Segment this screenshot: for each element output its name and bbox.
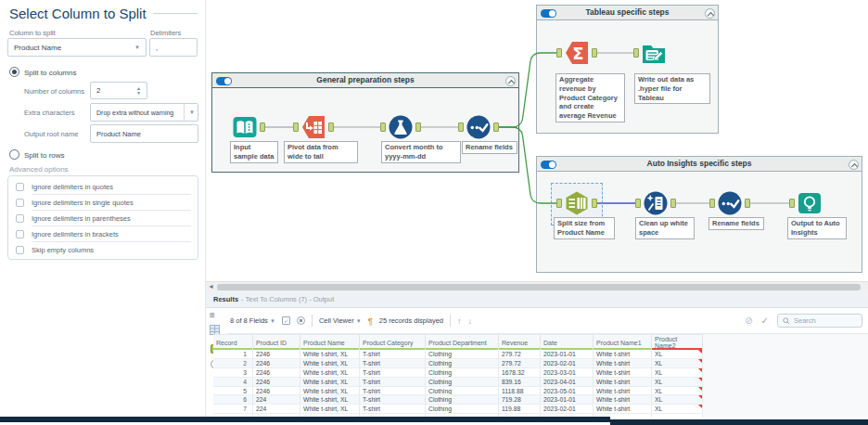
search-input[interactable]: Search <box>777 314 862 328</box>
checkbox[interactable] <box>16 230 24 238</box>
tool-annotation[interactable]: Rename fields <box>462 141 517 154</box>
table-cell[interactable]: White t-shirt, XL <box>300 368 360 377</box>
tool-annotation[interactable]: Pivot data from wide to tall <box>284 141 358 163</box>
tool-annotation[interactable]: Write out data as .hyper file for Tablea… <box>634 73 710 104</box>
list-view-icon[interactable]: ≡ <box>210 310 215 320</box>
input-anchor[interactable] <box>556 199 562 208</box>
table-cell[interactable]: White t-shirt, XL <box>300 378 360 386</box>
table-cell[interactable]: 2023-02-01 <box>541 359 594 367</box>
tool-annotation[interactable]: Output to Auto Insights <box>787 217 847 239</box>
cell-viewer-dropdown[interactable]: Cell Viewer ▼ <box>319 316 362 325</box>
table-row[interactable]: 32246White t-shirt, XLT-shirtClothing167… <box>213 368 703 378</box>
data-profile-icon[interactable] <box>297 316 305 325</box>
fields-selector[interactable]: 8 of 8 Fields ▼ <box>230 316 275 325</box>
table-cell[interactable]: White t-shirt <box>594 378 652 386</box>
table-cell[interactable]: T-shirt <box>360 405 426 413</box>
table-cell[interactable]: T-shirt <box>360 387 426 395</box>
tool-annotation[interactable]: Split size from Product Name <box>554 217 615 239</box>
table-cell[interactable]: White t-shirt, XL <box>300 359 360 367</box>
table-cell[interactable]: XL <box>652 359 703 367</box>
workflow-canvas[interactable]: General preparation steps Tableau specif… <box>206 0 868 281</box>
table-row[interactable]: 22246White t-shirt, XLT-shirtClothing279… <box>213 359 703 368</box>
column-header[interactable]: Product Name1 <box>594 334 652 350</box>
number-of-columns-stepper[interactable]: 2 ▲▼ <box>90 82 147 99</box>
container-enabled-toggle[interactable] <box>216 77 232 85</box>
table-cell[interactable]: XL <box>652 350 703 358</box>
table-cell[interactable]: White t-shirt <box>594 368 652 377</box>
column-header[interactable]: Product ID <box>253 334 300 350</box>
column-header[interactable]: Product Department <box>426 334 499 350</box>
table-cell[interactable]: White t-shirt <box>594 350 652 358</box>
output-anchor[interactable] <box>260 122 265 132</box>
tool-output-hyper[interactable] <box>641 40 667 66</box>
table-cell[interactable]: Clothing <box>426 350 499 358</box>
checkbox[interactable] <box>16 246 24 254</box>
tool-split-size[interactable] <box>564 190 590 216</box>
column-header[interactable]: Product Category <box>360 334 426 350</box>
canvas-horizontal-scrollbar[interactable]: ◄ <box>206 281 868 291</box>
table-cell[interactable]: XL <box>652 405 703 413</box>
table-cell[interactable]: 224 <box>253 405 300 413</box>
table-cell[interactable]: Clothing <box>426 368 499 377</box>
table-cell[interactable]: 279.72 <box>499 359 541 367</box>
table-cell[interactable]: 2246 <box>253 359 300 367</box>
checkbox[interactable] <box>16 183 24 191</box>
column-header[interactable]: Product Name2 <box>652 334 703 350</box>
table-cell[interactable]: White t-shirt <box>594 359 652 367</box>
table-cell[interactable]: White t-shirt, XL <box>300 395 360 404</box>
output-anchor[interactable] <box>592 199 597 208</box>
table-cell[interactable]: 2 <box>213 359 253 367</box>
paragraph-mark-icon[interactable]: ¶ <box>368 316 373 326</box>
table-cell[interactable]: Clothing <box>426 405 499 413</box>
table-cell[interactable]: 279.72 <box>499 350 541 358</box>
table-cell[interactable]: Clothing <box>426 359 499 367</box>
table-cell[interactable]: XL <box>652 378 703 386</box>
collapse-container-button[interactable] <box>505 76 516 86</box>
table-cell[interactable]: White t-shirt <box>594 395 652 404</box>
output-anchor[interactable] <box>328 122 334 132</box>
extra-characters-dropdown[interactable]: Drop extra without warning ▼ <box>90 103 198 122</box>
input-anchor[interactable] <box>709 199 715 208</box>
table-cell[interactable]: XL <box>652 395 703 404</box>
container-header[interactable]: Tableau specific steps <box>537 6 718 20</box>
table-cell[interactable]: 2023-01-01 <box>541 395 594 404</box>
checkbox[interactable] <box>16 214 24 223</box>
container-header[interactable]: General preparation steps <box>212 73 518 88</box>
tool-annotation[interactable]: Aggregate revenue by Product Category an… <box>555 73 625 122</box>
table-cell[interactable]: White t-shirt, XL <box>300 405 360 413</box>
tool-annotation[interactable]: Input sample data <box>230 141 278 163</box>
checkbox[interactable] <box>16 199 24 207</box>
advanced-option-row[interactable]: Ignore delimiters in brackets <box>16 226 191 242</box>
output-anchor[interactable] <box>745 199 750 208</box>
split-to-columns-radio[interactable] <box>9 67 19 77</box>
tool-summarize-revenue[interactable]: Σ <box>564 40 590 66</box>
output-root-name-input[interactable]: Product Name <box>90 124 198 143</box>
table-cell[interactable]: 719.28 <box>499 395 541 404</box>
tool-pivot-wide-to-tall[interactable] <box>300 114 326 140</box>
input-anchor[interactable] <box>556 48 562 58</box>
tool-input-sample-data[interactable] <box>232 114 258 140</box>
table-cell[interactable]: 224 <box>253 395 300 404</box>
table-cell[interactable]: T-shirt <box>360 350 426 358</box>
delimiters-input[interactable]: , <box>149 38 198 57</box>
no-filter-icon[interactable]: ⊘ <box>745 316 752 326</box>
table-cell[interactable]: White t-shirt <box>594 387 652 395</box>
table-row[interactable]: 42246White t-shirt, XLT-shirtClothing839… <box>213 378 703 387</box>
table-cell[interactable]: 1118.88 <box>499 387 541 395</box>
output-anchor[interactable] <box>592 48 597 58</box>
table-cell[interactable]: T-shirt <box>360 359 426 367</box>
apply-check-icon[interactable]: ✓ <box>761 316 769 326</box>
table-cell[interactable]: XL <box>652 368 703 377</box>
tool-rename-fields-2[interactable] <box>717 190 743 216</box>
table-cell[interactable]: Clothing <box>426 378 499 386</box>
table-cell[interactable]: 119.88 <box>499 405 541 413</box>
tool-annotation[interactable]: Clean up white space <box>635 217 695 239</box>
table-cell[interactable]: 2246 <box>253 387 300 395</box>
select-fields-icon[interactable]: ✓ <box>282 316 290 325</box>
table-cell[interactable]: 2246 <box>253 368 300 377</box>
table-cell[interactable]: White t-shirt, XL <box>300 387 360 395</box>
input-anchor[interactable] <box>633 48 639 58</box>
move-up-icon[interactable]: ↑ <box>457 316 462 326</box>
table-cell[interactable]: 5 <box>213 387 253 395</box>
tool-convert-month[interactable] <box>388 114 414 140</box>
